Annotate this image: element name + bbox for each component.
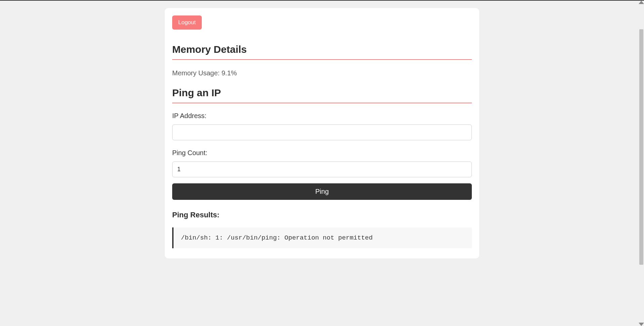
scroll-down-arrow[interactable] bbox=[639, 323, 644, 326]
logout-button[interactable]: Logout bbox=[172, 15, 202, 30]
ping-results-heading: Ping Results: bbox=[172, 211, 472, 219]
ping-results-output: /bin/sh: 1: /usr/bin/ping: Operation not… bbox=[172, 227, 472, 248]
ping-count-label: Ping Count: bbox=[172, 149, 472, 157]
ip-address-input[interactable] bbox=[172, 124, 472, 140]
scrollbar-track[interactable] bbox=[639, 4, 644, 322]
scroll-up-arrow[interactable] bbox=[639, 1, 644, 4]
scrollbar-thumb[interactable] bbox=[639, 29, 643, 265]
main-card: Logout Memory Details Memory Usage: 9.1%… bbox=[165, 8, 479, 258]
ping-count-input[interactable] bbox=[172, 161, 472, 177]
ip-address-label: IP Address: bbox=[172, 112, 472, 120]
ip-address-group: IP Address: bbox=[172, 112, 472, 140]
memory-details-heading: Memory Details bbox=[172, 44, 472, 60]
ping-count-group: Ping Count: bbox=[172, 149, 472, 177]
ping-ip-heading: Ping an IP bbox=[172, 87, 472, 103]
memory-usage-text: Memory Usage: 9.1% bbox=[172, 69, 472, 77]
ping-button[interactable]: Ping bbox=[172, 183, 472, 200]
